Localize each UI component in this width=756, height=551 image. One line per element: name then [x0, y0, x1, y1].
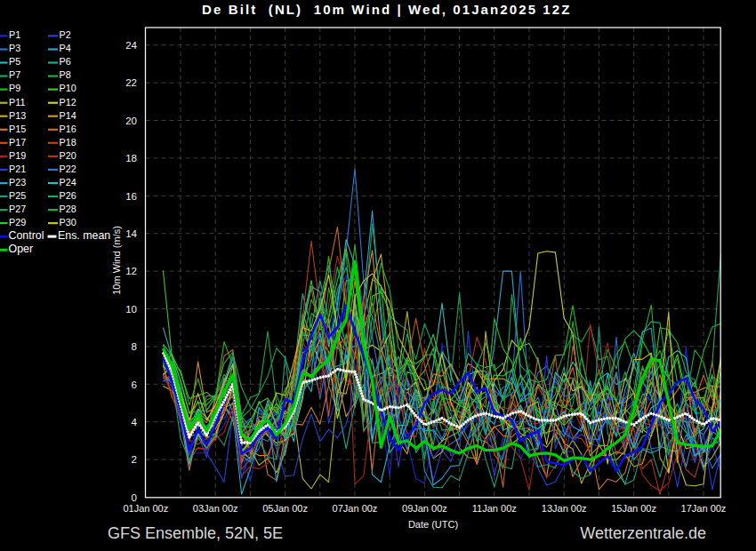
svg-text:Ens. mean: Ens. mean	[58, 229, 110, 242]
svg-text:20: 20	[125, 116, 137, 126]
svg-text:09Jan 00z: 09Jan 00z	[402, 503, 447, 514]
svg-text:Wetterzentrale.de: Wetterzentrale.de	[580, 524, 706, 542]
svg-text:GFS Ensemble, 52N, 5E: GFS Ensemble, 52N, 5E	[108, 524, 283, 542]
svg-text:P16: P16	[60, 124, 76, 134]
svg-text:13Jan 00z: 13Jan 00z	[542, 503, 587, 514]
svg-text:07Jan 00z: 07Jan 00z	[333, 503, 378, 514]
svg-text:Oper: Oper	[9, 243, 34, 255]
svg-text:P8: P8	[60, 69, 71, 80]
svg-text:P4: P4	[60, 43, 71, 53]
svg-text:24: 24	[125, 40, 137, 51]
svg-text:16: 16	[125, 191, 137, 202]
svg-text:P3: P3	[9, 43, 20, 53]
svg-text:P17: P17	[9, 137, 26, 148]
svg-text:Control: Control	[9, 229, 44, 242]
svg-text:15Jan 00z: 15Jan 00z	[611, 503, 656, 514]
svg-text:P20: P20	[60, 150, 76, 161]
svg-text:P2: P2	[60, 29, 71, 40]
svg-text:6: 6	[132, 379, 137, 390]
svg-text:P28: P28	[60, 204, 76, 214]
svg-text:P18: P18	[60, 137, 76, 148]
svg-text:10: 10	[125, 304, 137, 315]
svg-text:0: 0	[132, 492, 137, 503]
svg-text:De Bilt (NL) 10m Wind | Wed,: De Bilt (NL) 10m Wind | Wed, 01Jan2025 1…	[202, 2, 571, 17]
svg-text:12: 12	[125, 266, 137, 276]
svg-text:P14: P14	[60, 110, 76, 121]
svg-text:P15: P15	[9, 124, 26, 134]
svg-text:8: 8	[132, 341, 137, 352]
svg-text:P23: P23	[9, 177, 26, 188]
svg-text:P12: P12	[60, 97, 76, 108]
svg-text:P19: P19	[9, 150, 26, 161]
svg-text:P10: P10	[60, 83, 76, 93]
svg-text:P24: P24	[60, 177, 76, 188]
svg-text:4: 4	[132, 417, 138, 427]
svg-text:P1: P1	[9, 29, 20, 40]
svg-text:P9: P9	[9, 83, 20, 93]
svg-text:P5: P5	[9, 56, 20, 67]
svg-text:P6: P6	[60, 56, 71, 67]
svg-text:P11: P11	[9, 97, 25, 108]
svg-text:01Jan 00z: 01Jan 00z	[123, 503, 168, 514]
svg-text:17Jan 00z: 17Jan 00z	[681, 503, 727, 514]
svg-text:Date (UTC): Date (UTC)	[408, 519, 458, 530]
svg-text:03Jan 00z: 03Jan 00z	[193, 503, 238, 514]
svg-text:14: 14	[125, 228, 137, 239]
svg-text:P7: P7	[9, 69, 20, 80]
svg-text:22: 22	[125, 77, 137, 88]
svg-text:P27: P27	[9, 204, 26, 214]
svg-text:11Jan 00z: 11Jan 00z	[472, 503, 517, 514]
svg-text:2: 2	[132, 454, 137, 465]
svg-text:P25: P25	[9, 190, 26, 201]
svg-text:P13: P13	[9, 110, 26, 121]
svg-text:P22: P22	[60, 164, 76, 174]
svg-text:18: 18	[125, 153, 137, 164]
svg-text:P21: P21	[9, 164, 26, 174]
svg-text:10m Wind (m/s): 10m Wind (m/s)	[111, 226, 122, 295]
svg-text:05Jan 00z: 05Jan 00z	[262, 503, 308, 514]
svg-text:P30: P30	[60, 217, 76, 228]
svg-text:P29: P29	[9, 217, 26, 228]
svg-text:P26: P26	[60, 190, 76, 201]
